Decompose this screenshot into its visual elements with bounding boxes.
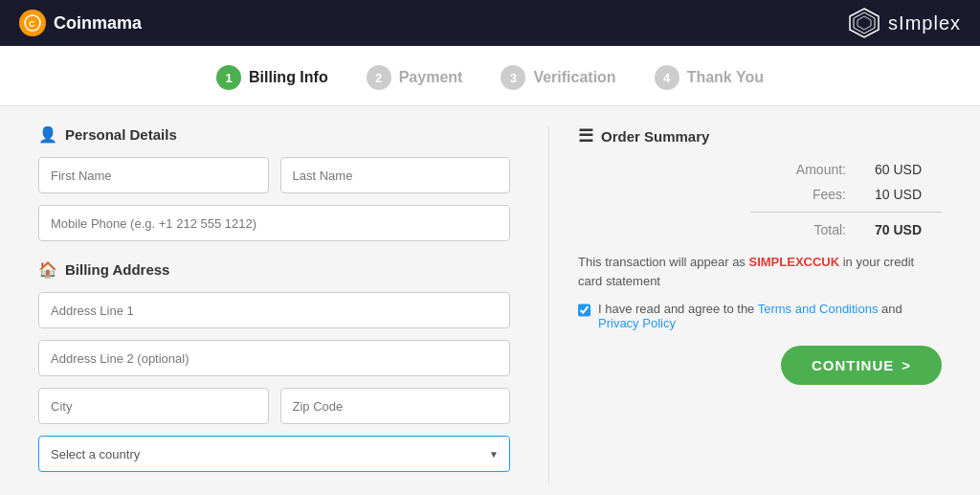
simplex-brand-name: SIMPLEXCCUK (748, 255, 839, 269)
country-select-wrapper: Select a country (38, 436, 510, 472)
header: C Coinmama sImplex (0, 0, 980, 46)
simplex-brand: sImplex (848, 7, 961, 39)
home-icon: 🏠 (38, 260, 57, 279)
total-value: 70 USD (875, 222, 942, 237)
step-num-3: 3 (501, 65, 525, 90)
billing-address-title: 🏠 Billing Address (38, 260, 510, 279)
city-zip-row (38, 388, 510, 424)
svg-marker-4 (858, 16, 871, 30)
phone-input[interactable] (38, 205, 510, 241)
step-num-1: 1 (216, 65, 241, 90)
steps-bar: 1 Billing Info 2 Payment 3 Verification … (0, 46, 980, 106)
step-billing[interactable]: 1 Billing Info (216, 65, 328, 90)
name-row (38, 157, 510, 193)
left-panel: 👤 Personal Details 🏠 Billing Address (38, 125, 539, 484)
simplex-label: sImplex (888, 12, 961, 34)
address1-row (38, 292, 510, 328)
privacy-link[interactable]: Privacy Policy (598, 316, 676, 330)
transaction-note: This transaction will appear as SIMPLEXC… (578, 253, 942, 290)
transaction-note-prefix: This transaction will appear as (578, 255, 748, 269)
list-icon: ☰ (578, 125, 593, 146)
agree-checkbox[interactable] (578, 304, 590, 317)
person-icon: 👤 (38, 125, 57, 144)
country-select[interactable]: Select a country (38, 436, 510, 472)
brand-logo: C Coinmama (19, 10, 142, 36)
agree-text: I have read and agree to the Terms and C… (598, 302, 942, 330)
last-name-input[interactable] (280, 157, 511, 193)
address2-input[interactable] (38, 340, 510, 376)
main-content: 👤 Personal Details 🏠 Billing Address (0, 106, 980, 495)
fees-value: 10 USD (875, 187, 942, 202)
step-payment: 2 Payment (367, 65, 463, 90)
step-label-thankyou: Thank You (687, 69, 764, 86)
amount-label: Amount: (796, 162, 846, 177)
step-num-2: 2 (367, 65, 391, 90)
panel-divider (548, 125, 549, 484)
step-thankyou: 4 Thank You (655, 65, 764, 90)
step-label-payment: Payment (399, 69, 463, 86)
order-divider (750, 212, 942, 213)
city-input[interactable] (38, 388, 269, 424)
total-row: Total: 70 USD (578, 222, 942, 237)
svg-text:C: C (29, 19, 35, 29)
simplex-logo-icon (848, 7, 880, 39)
total-label: Total: (814, 222, 846, 237)
fees-row: Fees: 10 USD (578, 187, 942, 202)
country-row: Select a country (38, 436, 510, 472)
svg-marker-3 (854, 12, 875, 34)
continue-button[interactable]: CONTINUE > (781, 346, 942, 385)
coinmama-label: Coinmama (54, 13, 142, 34)
step-num-4: 4 (655, 65, 679, 90)
coinmama-icon: C (19, 10, 46, 36)
step-label-verification: Verification (533, 69, 615, 86)
amount-row: Amount: 60 USD (578, 162, 942, 177)
address1-input[interactable] (38, 292, 510, 328)
arrow-right-icon: > (902, 357, 911, 373)
billing-address-section: 🏠 Billing Address Select a country (38, 260, 510, 472)
step-verification: 3 Verification (501, 65, 615, 90)
terms-link[interactable]: Terms and Conditions (758, 302, 879, 316)
order-summary-title: ☰ Order Summary (578, 125, 942, 146)
personal-details-title: 👤 Personal Details (38, 125, 510, 144)
first-name-input[interactable] (38, 157, 269, 193)
phone-row (38, 205, 510, 241)
right-panel: ☰ Order Summary Amount: 60 USD Fees: 10 … (559, 125, 942, 484)
zip-input[interactable] (280, 388, 511, 424)
agree-row: I have read and agree to the Terms and C… (578, 302, 942, 330)
step-label-billing: Billing Info (249, 69, 328, 86)
address2-row (38, 340, 510, 376)
amount-value: 60 USD (875, 162, 942, 177)
fees-label: Fees: (813, 187, 846, 202)
